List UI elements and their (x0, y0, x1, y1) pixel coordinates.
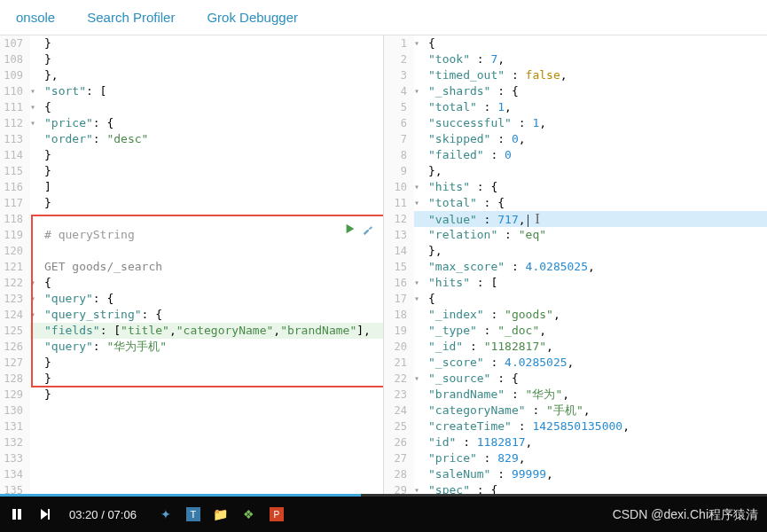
code-line[interactable]: 131 (0, 419, 383, 434)
code-line[interactable]: 121GET goods/_search (0, 259, 383, 275)
fold-icon[interactable]: ▾ (30, 115, 39, 131)
fold-icon[interactable] (414, 243, 423, 259)
code-line[interactable]: 129} (0, 387, 383, 403)
fold-icon[interactable] (30, 323, 39, 339)
fold-icon[interactable]: ▾ (30, 307, 39, 323)
fold-icon[interactable] (30, 403, 39, 419)
code-line[interactable]: 107 } (0, 35, 383, 51)
code-line[interactable]: 133 (0, 450, 383, 466)
fold-icon[interactable] (30, 387, 39, 403)
fold-icon[interactable] (30, 355, 39, 371)
code-line[interactable]: 116] (0, 179, 383, 195)
fold-icon[interactable] (30, 259, 39, 275)
code-line[interactable]: 24 "categoryName" : "手机", (384, 403, 767, 419)
code-line[interactable]: 118 (0, 211, 383, 227)
code-line[interactable]: 113 "order": "desc" (0, 131, 383, 147)
code-line[interactable]: 5 "total" : 1, (384, 99, 767, 115)
request-editor[interactable]: 107 }108 }109},110▾"sort": [111▾ {112▾ "… (0, 35, 384, 497)
code-line[interactable]: 17▾ { (384, 291, 767, 307)
fold-icon[interactable] (30, 179, 39, 195)
code-line[interactable]: 3 "timed_out" : false, (384, 67, 767, 83)
fold-icon[interactable] (414, 307, 423, 323)
code-line[interactable]: 108 } (0, 51, 383, 67)
fold-icon[interactable]: ▾ (414, 179, 423, 195)
code-line[interactable]: 16▾ "hits" : [ (384, 275, 767, 291)
fold-icon[interactable] (30, 163, 39, 179)
code-line[interactable]: 124▾ "query_string": { (0, 307, 383, 323)
code-line[interactable]: 111▾ { (0, 99, 383, 115)
fold-icon[interactable] (30, 147, 39, 163)
app-icon-2[interactable]: T (186, 507, 200, 521)
response-viewer[interactable]: 1▾{2 "took" : 7,3 "timed_out" : false,4▾… (384, 35, 767, 497)
code-line[interactable]: 119# queryString (0, 227, 383, 243)
fold-icon[interactable] (30, 131, 39, 147)
fold-icon[interactable]: ▾ (414, 371, 423, 387)
code-line[interactable]: 109}, (0, 67, 383, 83)
fold-icon[interactable] (414, 450, 423, 466)
fold-icon[interactable] (30, 51, 39, 67)
fold-icon[interactable] (414, 355, 423, 371)
fold-icon[interactable] (414, 403, 423, 419)
code-line[interactable]: 23 "brandName" : "华为", (384, 387, 767, 403)
fold-icon[interactable] (30, 466, 39, 482)
code-line[interactable]: 132 (0, 434, 383, 450)
code-line[interactable]: 112▾ "price": { (0, 115, 383, 131)
code-line[interactable]: 12 "value" : 717, I (384, 211, 767, 227)
code-line[interactable]: 21 "_score" : 4.0285025, (384, 355, 767, 371)
code-line[interactable]: 25 "createTime" : 1425850135000, (384, 419, 767, 434)
fold-icon[interactable] (414, 51, 423, 67)
fold-icon[interactable]: ▾ (414, 291, 423, 307)
fold-icon[interactable] (30, 419, 39, 434)
code-line[interactable]: 15 "max_score" : 4.0285025, (384, 259, 767, 275)
pause-button[interactable] (7, 505, 27, 524)
tab-console[interactable]: onsole (0, 1, 71, 34)
fold-icon[interactable] (30, 434, 39, 450)
fold-icon[interactable]: ▾ (414, 275, 423, 291)
fold-icon[interactable] (414, 419, 423, 434)
code-line[interactable]: 134 (0, 466, 383, 482)
code-line[interactable]: 20 "_id" : "1182817", (384, 339, 767, 355)
fold-icon[interactable] (414, 387, 423, 403)
code-line[interactable]: 7 "skipped" : 0, (384, 131, 767, 147)
code-line[interactable]: 6 "successful" : 1, (384, 115, 767, 131)
code-line[interactable]: 115 } (0, 163, 383, 179)
fold-icon[interactable] (30, 450, 39, 466)
fold-icon[interactable] (414, 339, 423, 355)
tab-grok-debugger[interactable]: Grok Debugger (191, 1, 314, 34)
fold-icon[interactable] (414, 67, 423, 83)
code-line[interactable]: 123▾ "query": { (0, 291, 383, 307)
code-line[interactable]: 1▾{ (384, 35, 767, 51)
app-icon-3[interactable]: ❖ (241, 506, 257, 522)
fold-icon[interactable] (414, 259, 423, 275)
code-line[interactable]: 114 } (0, 147, 383, 163)
fold-icon[interactable] (414, 163, 423, 179)
code-line[interactable]: 120 (0, 243, 383, 259)
fold-icon[interactable] (414, 323, 423, 339)
code-line[interactable]: 4▾ "_shards" : { (384, 83, 767, 99)
fold-icon[interactable] (414, 434, 423, 450)
code-line[interactable]: 28 "saleNum" : 99999, (384, 466, 767, 482)
app-icon-1[interactable]: ✦ (158, 506, 174, 522)
code-line[interactable]: 117} (0, 195, 383, 211)
fold-icon[interactable] (414, 131, 423, 147)
fold-icon[interactable] (30, 195, 39, 211)
folder-icon[interactable]: 📁 (213, 506, 229, 522)
code-line[interactable]: 122▾{ (0, 275, 383, 291)
code-line[interactable]: 126 "query": "华为手机" (0, 339, 383, 355)
powerpoint-icon[interactable]: P (270, 507, 284, 521)
fold-icon[interactable] (414, 147, 423, 163)
fold-icon[interactable] (414, 466, 423, 482)
fold-icon[interactable] (30, 227, 39, 243)
fold-icon[interactable] (414, 99, 423, 115)
fold-icon[interactable] (30, 35, 39, 51)
code-line[interactable]: 110▾"sort": [ (0, 83, 383, 99)
code-line[interactable]: 26 "id" : 1182817, (384, 434, 767, 450)
code-line[interactable]: 9 }, (384, 163, 767, 179)
fold-icon[interactable] (414, 115, 423, 131)
fold-icon[interactable]: ▾ (30, 99, 39, 115)
code-line[interactable]: 130 (0, 403, 383, 419)
code-line[interactable]: 14 }, (384, 243, 767, 259)
fold-icon[interactable]: ▾ (414, 195, 423, 211)
code-line[interactable]: 128 } (0, 371, 383, 387)
tab-search-profiler[interactable]: Search Profiler (71, 1, 191, 34)
